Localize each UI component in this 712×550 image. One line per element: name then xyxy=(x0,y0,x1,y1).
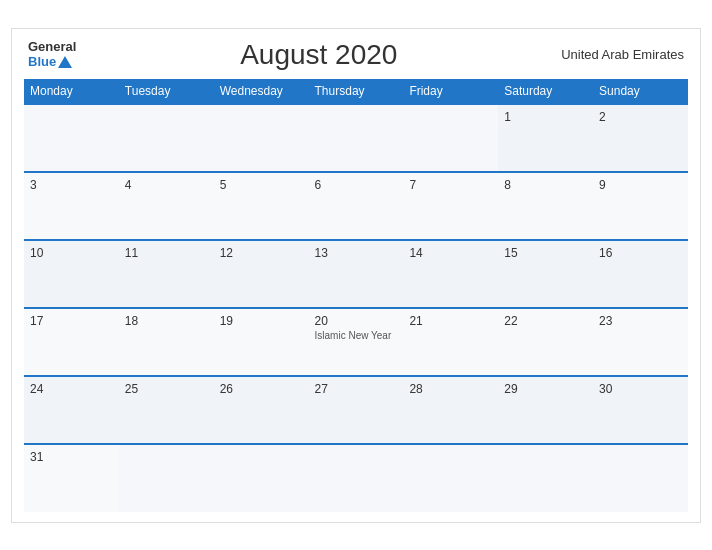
calendar-cell: 20Islamic New Year xyxy=(309,308,404,376)
day-number: 15 xyxy=(504,246,587,260)
day-number: 28 xyxy=(409,382,492,396)
day-number: 19 xyxy=(220,314,303,328)
calendar-row-1: 3456789 xyxy=(24,172,688,240)
weekday-saturday: Saturday xyxy=(498,79,593,104)
calendar-cell xyxy=(309,104,404,172)
day-number: 20 xyxy=(315,314,398,328)
day-number: 4 xyxy=(125,178,208,192)
calendar-cell: 6 xyxy=(309,172,404,240)
calendar-cell: 1 xyxy=(498,104,593,172)
weekday-wednesday: Wednesday xyxy=(214,79,309,104)
logo: General Blue xyxy=(28,40,76,69)
calendar-cell xyxy=(498,444,593,512)
calendar-cell: 30 xyxy=(593,376,688,444)
day-number: 23 xyxy=(599,314,682,328)
day-number: 25 xyxy=(125,382,208,396)
day-number: 8 xyxy=(504,178,587,192)
calendar-cell: 11 xyxy=(119,240,214,308)
calendar-cell: 26 xyxy=(214,376,309,444)
weekday-header-row: Monday Tuesday Wednesday Thursday Friday… xyxy=(24,79,688,104)
calendar-cell: 9 xyxy=(593,172,688,240)
day-number: 14 xyxy=(409,246,492,260)
calendar-cell xyxy=(214,444,309,512)
day-number: 9 xyxy=(599,178,682,192)
day-number: 5 xyxy=(220,178,303,192)
logo-triangle-icon xyxy=(58,56,72,68)
day-number: 16 xyxy=(599,246,682,260)
weekday-friday: Friday xyxy=(403,79,498,104)
calendar: General Blue August 2020 United Arab Emi… xyxy=(11,28,701,523)
weekday-sunday: Sunday xyxy=(593,79,688,104)
day-number: 3 xyxy=(30,178,113,192)
calendar-cell: 21 xyxy=(403,308,498,376)
event-label: Islamic New Year xyxy=(315,330,398,341)
calendar-country: United Arab Emirates xyxy=(561,47,684,62)
day-number: 17 xyxy=(30,314,113,328)
calendar-cell: 5 xyxy=(214,172,309,240)
calendar-cell: 19 xyxy=(214,308,309,376)
calendar-cell: 16 xyxy=(593,240,688,308)
calendar-row-2: 10111213141516 xyxy=(24,240,688,308)
calendar-cell: 15 xyxy=(498,240,593,308)
calendar-cell xyxy=(403,104,498,172)
day-number: 27 xyxy=(315,382,398,396)
calendar-cell: 10 xyxy=(24,240,119,308)
logo-general-text: General xyxy=(28,40,76,54)
calendar-grid: Monday Tuesday Wednesday Thursday Friday… xyxy=(24,79,688,512)
calendar-cell xyxy=(119,104,214,172)
calendar-cell: 22 xyxy=(498,308,593,376)
calendar-row-0: 12 xyxy=(24,104,688,172)
day-number: 10 xyxy=(30,246,113,260)
calendar-cell: 25 xyxy=(119,376,214,444)
calendar-cell xyxy=(593,444,688,512)
day-number: 6 xyxy=(315,178,398,192)
calendar-cell: 8 xyxy=(498,172,593,240)
day-number: 11 xyxy=(125,246,208,260)
calendar-row-5: 31 xyxy=(24,444,688,512)
logo-blue-text: Blue xyxy=(28,55,56,69)
calendar-cell: 12 xyxy=(214,240,309,308)
weekday-thursday: Thursday xyxy=(309,79,404,104)
calendar-cell: 24 xyxy=(24,376,119,444)
day-number: 31 xyxy=(30,450,113,464)
calendar-header: General Blue August 2020 United Arab Emi… xyxy=(24,39,688,71)
calendar-cell: 23 xyxy=(593,308,688,376)
day-number: 30 xyxy=(599,382,682,396)
calendar-cell xyxy=(24,104,119,172)
weekday-tuesday: Tuesday xyxy=(119,79,214,104)
day-number: 2 xyxy=(599,110,682,124)
day-number: 24 xyxy=(30,382,113,396)
day-number: 7 xyxy=(409,178,492,192)
calendar-cell xyxy=(403,444,498,512)
calendar-row-3: 17181920Islamic New Year212223 xyxy=(24,308,688,376)
calendar-row-4: 24252627282930 xyxy=(24,376,688,444)
day-number: 22 xyxy=(504,314,587,328)
calendar-title: August 2020 xyxy=(240,39,397,71)
calendar-cell: 7 xyxy=(403,172,498,240)
calendar-cell: 28 xyxy=(403,376,498,444)
day-number: 13 xyxy=(315,246,398,260)
calendar-cell: 18 xyxy=(119,308,214,376)
calendar-cell xyxy=(309,444,404,512)
calendar-cell: 17 xyxy=(24,308,119,376)
calendar-cell: 27 xyxy=(309,376,404,444)
calendar-cell: 13 xyxy=(309,240,404,308)
day-number: 21 xyxy=(409,314,492,328)
calendar-cell xyxy=(119,444,214,512)
calendar-cell: 29 xyxy=(498,376,593,444)
day-number: 29 xyxy=(504,382,587,396)
weekday-monday: Monday xyxy=(24,79,119,104)
calendar-cell: 2 xyxy=(593,104,688,172)
calendar-cell xyxy=(214,104,309,172)
day-number: 1 xyxy=(504,110,587,124)
day-number: 12 xyxy=(220,246,303,260)
calendar-cell: 3 xyxy=(24,172,119,240)
calendar-cell: 31 xyxy=(24,444,119,512)
day-number: 26 xyxy=(220,382,303,396)
calendar-cell: 14 xyxy=(403,240,498,308)
day-number: 18 xyxy=(125,314,208,328)
calendar-cell: 4 xyxy=(119,172,214,240)
